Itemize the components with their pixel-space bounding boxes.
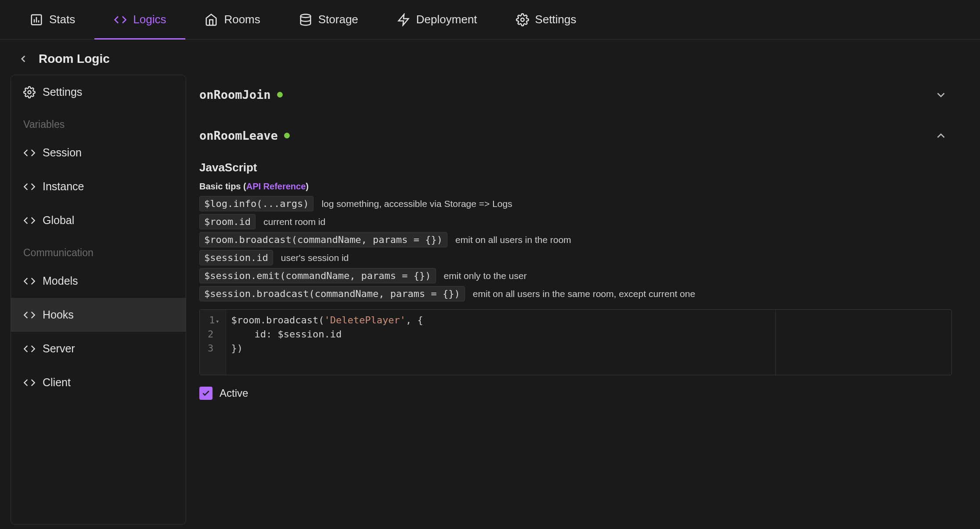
tab-stats[interactable]: Stats bbox=[11, 0, 94, 39]
sidebar-item-client[interactable]: Client bbox=[11, 366, 186, 399]
sidebar-item-label: Server bbox=[43, 342, 75, 355]
tip-desc: emit only to the user bbox=[444, 271, 527, 281]
status-dot-active bbox=[284, 133, 290, 138]
sidebar-heading-variables: Variables bbox=[11, 109, 186, 136]
sidebar-item-label: Hooks bbox=[43, 308, 74, 321]
tip-code: $room.broadcast(commandName, params = {}… bbox=[199, 232, 447, 247]
sidebar-heading-communication: Communication bbox=[11, 237, 186, 264]
tip-row: $session.emit(commandName, params = {}) … bbox=[199, 268, 952, 283]
tip-code: $session.id bbox=[199, 250, 273, 265]
tip-desc: current room id bbox=[263, 217, 325, 227]
tip-row: $session.broadcast(commandName, params =… bbox=[199, 286, 952, 301]
sidebar-item-global[interactable]: Global bbox=[11, 203, 186, 237]
editor-code-area[interactable]: $room.broadcast('DeletePlayer', { id: $s… bbox=[226, 310, 952, 375]
code-icon bbox=[23, 275, 36, 287]
tab-settings[interactable]: Settings bbox=[497, 0, 596, 39]
tab-deployment-label: Deployment bbox=[416, 13, 477, 26]
top-tabs: Stats Logics Rooms Storage Deployment Se… bbox=[0, 0, 980, 40]
active-label: Active bbox=[220, 387, 248, 399]
tips-suffix: ) bbox=[306, 181, 309, 191]
tip-code: $session.emit(commandName, params = {}) bbox=[199, 268, 436, 283]
svg-point-6 bbox=[521, 18, 524, 22]
sidebar-item-label: Instance bbox=[43, 180, 84, 193]
code-icon bbox=[114, 13, 127, 26]
api-reference-link[interactable]: API Reference bbox=[246, 181, 306, 191]
hook-header-onroomjoin[interactable]: onRoomJoin bbox=[199, 75, 952, 111]
sidebar: Settings Variables Session Instance Glob… bbox=[11, 75, 186, 525]
tab-settings-label: Settings bbox=[535, 13, 576, 26]
tab-rooms[interactable]: Rooms bbox=[185, 0, 279, 39]
sidebar-item-label: Models bbox=[43, 275, 78, 287]
sidebar-item-hooks[interactable]: Hooks bbox=[11, 298, 186, 332]
db-icon bbox=[299, 13, 312, 26]
tip-code: $session.broadcast(commandName, params =… bbox=[199, 286, 465, 301]
active-checkbox[interactable] bbox=[199, 387, 213, 400]
code-icon bbox=[23, 377, 36, 389]
tips-heading: Basic tips (API Reference) bbox=[199, 181, 952, 192]
sidebar-item-models[interactable]: Models bbox=[11, 264, 186, 298]
tab-logics-label: Logics bbox=[133, 13, 166, 26]
gear-icon bbox=[516, 13, 529, 26]
sidebar-item-label: Client bbox=[43, 376, 71, 389]
back-button[interactable] bbox=[18, 53, 29, 65]
hook-header-onroomleave[interactable]: onRoomLeave bbox=[199, 116, 952, 152]
sidebar-item-label: Session bbox=[43, 146, 82, 159]
check-icon bbox=[202, 389, 210, 398]
editor-split-line bbox=[775, 310, 776, 375]
tips-prefix: Basic tips ( bbox=[199, 181, 246, 191]
sidebar-item-server[interactable]: Server bbox=[11, 332, 186, 366]
hook-onroomjoin: onRoomJoin bbox=[199, 75, 952, 111]
sidebar-item-settings[interactable]: Settings bbox=[11, 75, 186, 109]
tip-desc: emit on all users in the room bbox=[455, 235, 571, 245]
hook-title-label: onRoomLeave bbox=[199, 129, 278, 142]
tab-stats-label: Stats bbox=[49, 13, 75, 26]
chevron-up-icon bbox=[934, 129, 948, 142]
tip-code: $room.id bbox=[199, 214, 256, 229]
sidebar-item-instance[interactable]: Instance bbox=[11, 170, 186, 203]
tip-desc: emit on all users in the same room, exce… bbox=[473, 289, 695, 299]
svg-point-7 bbox=[28, 91, 31, 94]
tab-rooms-label: Rooms bbox=[224, 13, 260, 26]
hook-title-label: onRoomJoin bbox=[199, 88, 271, 101]
main-content: onRoomJoin onRoomLeave JavaScript Basic … bbox=[199, 75, 969, 525]
code-editor[interactable]: 1▾ 2 3 $room.broadcast('DeletePlayer', {… bbox=[199, 309, 952, 375]
gear-icon bbox=[23, 86, 36, 98]
hook-onroomleave: onRoomLeave JavaScript Basic tips (API R… bbox=[199, 116, 952, 400]
page-title: Room Logic bbox=[39, 52, 110, 66]
tab-deployment[interactable]: Deployment bbox=[378, 0, 497, 39]
tab-logics[interactable]: Logics bbox=[94, 0, 185, 39]
chevron-down-icon bbox=[934, 88, 948, 101]
status-dot-active bbox=[277, 92, 283, 98]
tip-row: $session.id user's session id bbox=[199, 250, 952, 265]
chevron-left-icon bbox=[18, 53, 29, 65]
home-icon bbox=[205, 13, 218, 26]
tip-desc: log something, accessible via Storage =>… bbox=[321, 199, 512, 209]
tip-row: $room.broadcast(commandName, params = {}… bbox=[199, 232, 952, 247]
svg-marker-5 bbox=[399, 14, 409, 25]
fold-icon[interactable]: ▾ bbox=[215, 317, 220, 326]
tab-storage-label: Storage bbox=[318, 13, 358, 26]
tab-storage[interactable]: Storage bbox=[280, 0, 378, 39]
code-icon bbox=[23, 343, 36, 355]
tip-row: $room.id current room id bbox=[199, 214, 952, 229]
editor-language-label: JavaScript bbox=[199, 161, 952, 174]
code-icon bbox=[23, 147, 36, 159]
bolt-icon bbox=[397, 13, 410, 26]
sidebar-settings-label: Settings bbox=[43, 86, 82, 98]
code-icon bbox=[23, 214, 36, 227]
tip-code: $log.info(...args) bbox=[199, 196, 313, 211]
tip-desc: user's session id bbox=[281, 253, 349, 263]
code-icon bbox=[23, 309, 36, 321]
sidebar-item-session[interactable]: Session bbox=[11, 136, 186, 170]
code-icon bbox=[23, 181, 36, 193]
sidebar-item-label: Global bbox=[43, 214, 74, 227]
tip-row: $log.info(...args) log something, access… bbox=[199, 196, 952, 211]
active-row: Active bbox=[199, 387, 952, 400]
editor-gutter: 1▾ 2 3 bbox=[200, 310, 226, 375]
page-header: Room Logic bbox=[0, 40, 980, 75]
bar-chart-icon bbox=[30, 13, 43, 26]
svg-point-4 bbox=[301, 14, 311, 18]
